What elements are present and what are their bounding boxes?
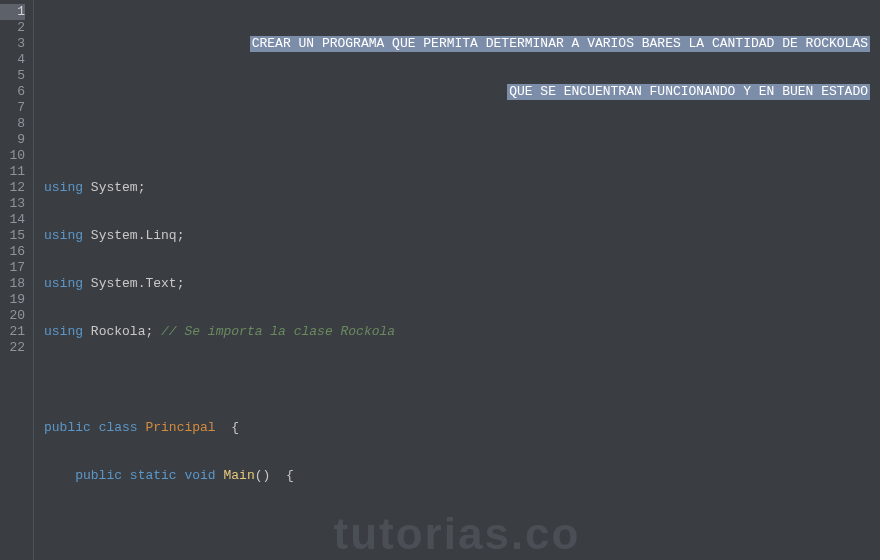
code-line xyxy=(44,516,870,532)
line-number: 21 xyxy=(0,324,25,340)
code-line: using System.Linq; xyxy=(44,228,870,244)
line-number: 6 xyxy=(0,84,25,100)
code-line xyxy=(44,372,870,388)
header-line-1: CREAR UN PROGRAMA QUE PERMITA DETERMINAR… xyxy=(250,36,870,52)
code-line: using Rockola; // Se importa la clase Ro… xyxy=(44,324,870,340)
line-number: 15 xyxy=(0,228,25,244)
code-line xyxy=(44,132,870,148)
line-number: 10 xyxy=(0,148,25,164)
line-number: 11 xyxy=(0,164,25,180)
line-number: 3 xyxy=(0,36,25,52)
code-line: public static void Main() { xyxy=(44,468,870,484)
line-number: 17 xyxy=(0,260,25,276)
code-line: using System.Text; xyxy=(44,276,870,292)
line-number: 18 xyxy=(0,276,25,292)
line-number: 9 xyxy=(0,132,25,148)
highlighted-header: QUE SE ENCUENTRAN FUNCIONANDO Y EN BUEN … xyxy=(44,84,870,100)
line-number: 5 xyxy=(0,68,25,84)
line-number: 14 xyxy=(0,212,25,228)
code-line: public class Principal { xyxy=(44,420,870,436)
line-number-gutter: 1 2 3 4 5 6 7 8 9 10 11 12 13 14 15 16 1… xyxy=(0,0,34,560)
line-number: 4 xyxy=(0,52,25,68)
line-number: 12 xyxy=(0,180,25,196)
line-number: 8 xyxy=(0,116,25,132)
line-number: 16 xyxy=(0,244,25,260)
line-number: 19 xyxy=(0,292,25,308)
code-area[interactable]: CREAR UN PROGRAMA QUE PERMITA DETERMINAR… xyxy=(34,0,880,560)
line-number: 20 xyxy=(0,308,25,324)
code-line: using System; xyxy=(44,180,870,196)
highlighted-header: CREAR UN PROGRAMA QUE PERMITA DETERMINAR… xyxy=(44,36,870,52)
line-number: 2 xyxy=(0,20,25,36)
header-line-2: QUE SE ENCUENTRAN FUNCIONANDO Y EN BUEN … xyxy=(507,84,870,100)
line-number: 1 xyxy=(0,4,25,20)
code-editor: 1 2 3 4 5 6 7 8 9 10 11 12 13 14 15 16 1… xyxy=(0,0,880,560)
line-number: 7 xyxy=(0,100,25,116)
line-number: 22 xyxy=(0,340,25,356)
line-number: 13 xyxy=(0,196,25,212)
